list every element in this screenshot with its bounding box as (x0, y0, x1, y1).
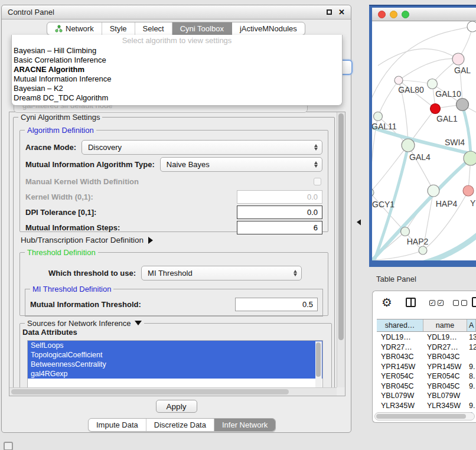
select-all-columns-icon[interactable]: ✓ ✓ (429, 300, 444, 306)
toolbar-icon-partial[interactable] (472, 297, 476, 307)
table-row[interactable]: YER054CYER054C8. (377, 371, 476, 381)
apply-button[interactable]: Apply (156, 400, 197, 413)
cyni-algorithm-settings-title: Cyni Algorithm Settings (18, 113, 102, 122)
tab-select[interactable]: Select (135, 22, 172, 35)
manual-kernel-width-checkbox[interactable] (314, 178, 321, 185)
split-columns-icon[interactable] (406, 298, 416, 307)
aracne-mode-combo[interactable]: Discovery (81, 140, 322, 155)
algorithm-option[interactable]: Mutual Information Inference (12, 74, 342, 84)
attribute-item-selected[interactable]: BetweennessCentrality (28, 360, 322, 369)
node-gal80[interactable] (395, 76, 403, 84)
hub-tf-definition-label: Hub/Transcription Factor Definition (21, 236, 144, 244)
node-gal11[interactable] (374, 112, 383, 121)
attribute-item-selected[interactable]: gal4RGexp (28, 369, 322, 379)
tab-impute-data[interactable]: Impute Data (89, 419, 146, 431)
table-row[interactable]: YLR345WYLR345W9. (377, 401, 476, 411)
node-hap2[interactable] (401, 227, 410, 236)
minimize-window-icon[interactable] (390, 11, 397, 18)
threshold-definition-title: Threshold Definition (25, 248, 98, 257)
which-threshold-label: Which threshold to use: (48, 269, 136, 278)
node-gray[interactable] (457, 99, 469, 111)
float-panel-icon[interactable] (327, 9, 332, 15)
algorithm-option[interactable]: Dream8 DC_TDC Algorithm (12, 93, 342, 103)
dpi-tolerance-field[interactable]: 0.0 (237, 206, 322, 219)
mi-steps-label: Mutual Information Steps: (25, 223, 120, 232)
collapse-down-icon (135, 321, 142, 325)
zoom-window-icon[interactable] (402, 11, 409, 18)
node-gal10[interactable] (428, 79, 438, 89)
combo-stepper-icon (310, 144, 322, 151)
node-label: GAL11 (372, 122, 397, 131)
which-threshold-value: MI Threshold (148, 269, 193, 278)
control-panel-window: Control Panel ✕ Network Style Select Cyn… (1, 5, 351, 433)
minimized-panel-icon[interactable] (4, 442, 13, 450)
table-body: YDL19…YDL19…13 YDR27…YDR27…12 YBR043CYBR… (377, 332, 476, 422)
node-gal4[interactable] (402, 139, 415, 152)
algorithm-option-selected[interactable]: ARACNE Algorithm (12, 65, 342, 74)
unchecked-box-icon (461, 300, 467, 306)
mouse-cursor (356, 219, 361, 226)
attribute-item-selected[interactable]: TopologicalCoefficient (28, 350, 322, 360)
node-gcy1[interactable] (372, 188, 374, 197)
sources-title[interactable]: Sources for Network Inference (25, 319, 144, 328)
aracne-mode-value: Discovery (88, 143, 122, 152)
algorithm-definition-group: Algorithm Definition Aracne Mode: Discov… (19, 130, 328, 232)
node-gal2[interactable] (452, 53, 464, 65)
tab-cyni-toolbox[interactable]: Cyni Toolbox (172, 22, 232, 35)
settings-vertical-scrollbar[interactable] (337, 112, 345, 387)
which-threshold-combo[interactable]: MI Threshold (141, 266, 302, 281)
tab-network[interactable]: Network (47, 22, 102, 35)
table-horizontal-scrollbar[interactable] (374, 412, 475, 420)
close-panel-icon[interactable]: ✕ (338, 9, 345, 15)
dpi-tolerance-label: DPI Tolerance [0,1]: (25, 208, 96, 217)
combo-stepper-icon (289, 270, 301, 276)
checked-box-icon: ✓ (429, 300, 435, 306)
algorithm-definition-title: Algorithm Definition (25, 126, 96, 135)
tab-infer-network[interactable]: Infer Network (214, 419, 275, 431)
hub-tf-definition-toggle[interactable]: Hub/Transcription Factor Definition (21, 236, 153, 244)
table-row[interactable]: YBL079WYBL079W (377, 391, 476, 401)
data-attributes-label: Data Attributes (22, 328, 77, 337)
node-label: GAL80 (398, 85, 424, 94)
node-label: SWI4 (445, 138, 465, 147)
mi-threshold-field[interactable]: 0.5 (235, 298, 318, 311)
kernel-width-field[interactable]: 0.0 (237, 190, 322, 204)
column-header-shared-name[interactable]: shared… (377, 319, 423, 331)
algorithm-popup-prompt: Select algorithm to view settings (12, 35, 342, 46)
attribute-item-selected[interactable]: SelfLoops (28, 341, 322, 350)
column-header-partial[interactable]: A (467, 319, 476, 331)
tab-style[interactable]: Style (102, 22, 135, 35)
algorithm-option[interactable]: Bayesian – Hill Climbing (12, 46, 342, 56)
node-salmon[interactable] (463, 185, 474, 196)
table-row[interactable]: YDR27…YDR27…12 (377, 343, 476, 353)
table-row[interactable]: YBR043CYBR043C (377, 352, 476, 362)
table-row[interactable]: YDL19…YDL19…13 (377, 332, 476, 343)
network-window-titlebar[interactable] (372, 8, 476, 21)
tab-jactivemnodules[interactable]: jActiveMNodules (232, 22, 305, 35)
settings-horizontal-scrollbar[interactable] (9, 387, 337, 396)
table-row[interactable]: YBR045CYBR045C9. (377, 381, 476, 392)
node-hap4[interactable] (428, 185, 439, 197)
node-gal1[interactable] (431, 104, 441, 114)
mi-algorithm-type-combo[interactable]: Naive Bayes (160, 157, 322, 172)
gear-icon[interactable]: ⚙ (382, 295, 392, 309)
node[interactable] (467, 21, 476, 32)
mi-steps-field[interactable]: 6 (237, 221, 322, 234)
algorithm-option[interactable]: Bayesian – K2 (12, 84, 342, 93)
deselect-all-columns-icon[interactable] (453, 300, 467, 306)
column-header-name[interactable]: name (423, 319, 467, 331)
threshold-definition-group: Threshold Definition Which threshold to … (19, 252, 328, 316)
algorithm-option[interactable]: Basic Correlation Inference (12, 56, 342, 65)
expand-right-icon (148, 237, 153, 244)
node[interactable] (419, 246, 427, 255)
network-canvas[interactable]: GAL GAL80 GAL10 GAL1 GAL11 SWI4 GAL4 GCY… (372, 21, 476, 260)
node-swi4[interactable] (464, 151, 476, 165)
table-panel-title: Table Panel (376, 275, 416, 283)
close-window-icon[interactable] (378, 11, 386, 18)
table-panel: ⚙ ✓ ✓ shared… name A YDL19…YDL19…13 YDR2… (372, 291, 476, 423)
table-row[interactable]: YPR145WYPR145W9. (377, 362, 476, 372)
table-header-row: shared… name A (377, 319, 476, 332)
tab-network-label: Network (66, 24, 94, 33)
tab-discretize-data[interactable]: Discretize Data (146, 419, 214, 431)
mi-threshold-label: Mutual Information Threshold: (30, 300, 141, 309)
